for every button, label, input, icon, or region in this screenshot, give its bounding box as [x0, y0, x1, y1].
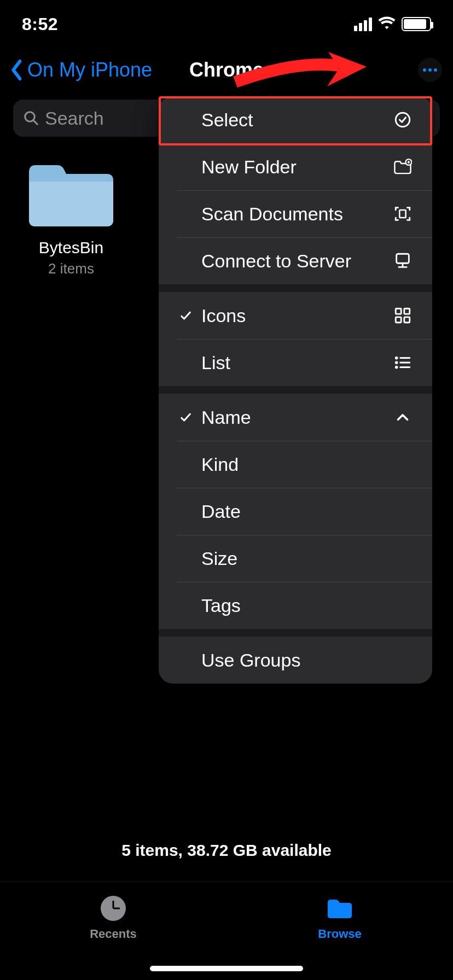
menu-label: Scan Documents	[177, 203, 343, 225]
grid-item-folder[interactable]: BytesBin 2 items	[16, 159, 126, 352]
svg-point-16	[396, 361, 398, 364]
menu-label: Tags	[177, 595, 241, 616]
status-bar: 8:52	[0, 0, 453, 48]
menu-item-scan-documents[interactable]: Scan Documents	[159, 190, 432, 237]
status-time: 8:52	[22, 14, 58, 34]
menu-label: List	[177, 352, 230, 374]
menu-label: Name	[177, 407, 251, 428]
home-indicator[interactable]	[150, 966, 303, 971]
menu-label: Size	[177, 548, 237, 569]
menu-item-sort-kind[interactable]: Kind	[159, 441, 432, 488]
back-label: On My iPhone	[27, 59, 152, 81]
svg-rect-6	[399, 210, 405, 218]
checkmark-icon	[177, 411, 194, 424]
menu-label: Select	[177, 109, 253, 131]
cellular-signal-icon	[354, 18, 372, 31]
grid-icon	[392, 305, 414, 326]
nav-bar: On My iPhone Chrome	[0, 48, 453, 92]
menu-item-sort-name[interactable]: Name	[159, 394, 432, 441]
svg-rect-10	[396, 308, 401, 314]
svg-rect-7	[397, 254, 409, 263]
svg-point-2	[396, 113, 410, 127]
folder-icon	[324, 893, 355, 924]
svg-line-1	[33, 120, 38, 125]
storage-status: 5 items, 38.72 GB available	[0, 841, 453, 860]
tab-label: Browse	[318, 927, 361, 941]
item-name: BytesBin	[39, 238, 103, 257]
svg-rect-13	[404, 317, 410, 323]
menu-item-sort-tags[interactable]: Tags	[159, 582, 432, 629]
battery-icon	[402, 17, 431, 31]
ellipsis-icon	[423, 68, 437, 72]
svg-point-18	[396, 366, 398, 368]
menu-label: Connect to Server	[177, 250, 351, 272]
folder-icon	[25, 159, 118, 230]
page-title: Chrome	[189, 59, 264, 81]
menu-label: Date	[177, 501, 241, 522]
tab-bar: Recents Browse	[0, 882, 453, 980]
back-button[interactable]: On My iPhone	[9, 59, 152, 81]
item-subtitle: 2 items	[48, 260, 94, 277]
menu-label: Use Groups	[177, 650, 300, 671]
svg-point-14	[396, 357, 398, 359]
svg-rect-11	[404, 308, 410, 314]
wifi-icon	[378, 16, 396, 32]
svg-rect-12	[396, 317, 401, 323]
context-menu: Select New Folder Scan Documents Connect…	[159, 96, 432, 684]
search-placeholder: Search	[45, 108, 104, 129]
menu-item-connect-server[interactable]: Connect to Server	[159, 237, 432, 284]
menu-item-use-groups[interactable]: Use Groups	[159, 637, 432, 684]
menu-item-sort-date[interactable]: Date	[159, 488, 432, 535]
check-circle-icon	[392, 109, 414, 131]
search-icon	[23, 110, 39, 126]
clock-icon	[98, 893, 129, 924]
status-icons	[354, 16, 431, 32]
list-icon	[392, 352, 414, 374]
tab-label: Recents	[90, 927, 137, 941]
new-folder-icon	[392, 156, 414, 178]
menu-label: New Folder	[177, 156, 297, 178]
menu-item-view-icons[interactable]: Icons	[159, 292, 432, 339]
menu-item-sort-size[interactable]: Size	[159, 535, 432, 582]
menu-item-view-list[interactable]: List	[159, 339, 432, 386]
scan-icon	[392, 203, 414, 225]
menu-label: Kind	[177, 454, 239, 475]
checkmark-icon	[177, 309, 194, 322]
chevron-up-icon	[392, 406, 414, 428]
server-icon	[392, 250, 414, 272]
menu-item-select[interactable]: Select	[159, 96, 432, 143]
more-button[interactable]	[418, 58, 442, 82]
menu-item-new-folder[interactable]: New Folder	[159, 143, 432, 190]
menu-label: Icons	[177, 305, 246, 326]
chevron-left-icon	[9, 59, 25, 81]
